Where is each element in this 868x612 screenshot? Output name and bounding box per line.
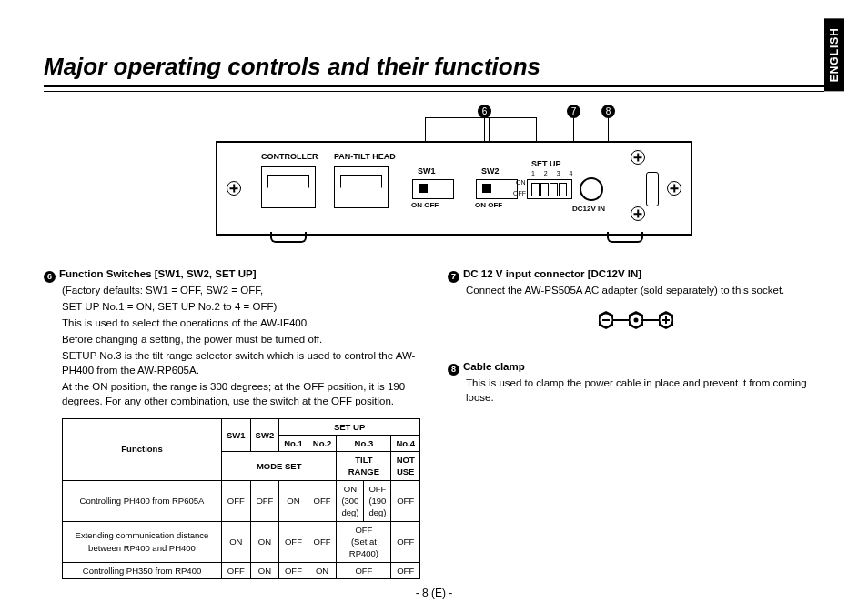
svg-point-3 (634, 317, 639, 322)
sw1-onoff: ON OFF (411, 201, 439, 209)
th-tilt: TILT RANGE (337, 452, 391, 481)
page-number: - 8 (E) - (0, 587, 868, 599)
th-notuse: NOT USE (391, 452, 420, 481)
r1-fn: Controlling PH400 from RP605A (63, 480, 222, 521)
cell: OFF (391, 521, 420, 562)
controller-port-label: CONTROLLER (261, 152, 318, 161)
dip-numbers: 1 2 3 4 (531, 170, 576, 176)
pan-tilt-port-label: PAN-TILT HEAD (334, 152, 396, 161)
cell: OFF (308, 521, 337, 562)
item8-heading: Cable clamp (463, 361, 525, 372)
screw-icon (631, 206, 645, 221)
sw1-switch (412, 179, 454, 199)
th-sw2: SW2 (250, 418, 279, 452)
cell: OFF (222, 562, 251, 578)
svg-rect-7 (665, 316, 667, 324)
description-columns: 6Function Switches [SW1, SW2, SET UP] (F… (44, 266, 824, 579)
item6-line: At the ON position, the range is 300 deg… (62, 379, 420, 408)
item7-heading: DC 12 V input connector [DC12V IN] (463, 268, 641, 279)
svg-rect-1 (602, 319, 610, 321)
r2-fn: Extending communication distance between… (63, 521, 222, 562)
th-sw1: SW1 (222, 418, 251, 452)
dip-off: OFF (513, 190, 526, 196)
dip-on: ON (516, 179, 526, 186)
cell: ON (279, 480, 308, 521)
item8-line: This is used to clamp the power cable in… (466, 376, 824, 405)
function-table: Functions SW1 SW2 SET UP No.1 No.2 No.3 … (62, 418, 420, 579)
th-mode: MODE SET (222, 452, 337, 481)
callout-6: 6 (478, 105, 491, 118)
item7-line: Connect the AW-PS505A AC adapter (sold s… (466, 283, 824, 297)
language-tab: ENGLISH (824, 18, 844, 91)
cell: OFF (222, 480, 251, 521)
item6-line: SET UP No.1 = ON, SET UP No.2 to 4 = OFF… (62, 299, 420, 314)
right-column: 7DC 12 V input connector [DC12V IN] Conn… (448, 266, 824, 579)
controller-port (261, 166, 316, 208)
dc12v-label: DC12V IN (572, 205, 605, 213)
sw2-label: SW2 (481, 166, 500, 176)
cell: ON (250, 521, 279, 562)
th-no4: No.4 (391, 435, 420, 451)
cell: ON (222, 521, 251, 562)
svg-rect-9 (643, 319, 659, 321)
sw1-label: SW1 (418, 166, 436, 176)
th-functions: Functions (63, 418, 222, 480)
callout-8: 8 (601, 105, 615, 118)
cell: OFF (279, 562, 308, 578)
item6-line: SETUP No.3 is the tilt range selector sw… (62, 348, 420, 377)
item6-heading: Function Switches [SW1, SW2, SET UP] (59, 268, 257, 279)
panel-foot (607, 232, 643, 243)
cell: OFF (250, 480, 279, 521)
leader-line (425, 117, 536, 118)
cell: OFF (279, 521, 308, 562)
cell: ON (308, 562, 337, 578)
cell: ON (300 deg) (337, 480, 364, 521)
panel-outline: CONTROLLER PAN-TILT HEAD SW1 ON OFF SW2 … (216, 141, 692, 236)
left-column: 6Function Switches [SW1, SW2, SET UP] (F… (44, 266, 420, 579)
cell: ON (250, 562, 279, 578)
bullet-8: 8 (448, 364, 459, 376)
screw-icon (667, 181, 681, 196)
cell: OFF (308, 480, 337, 521)
cell: OFF (190 deg) (364, 480, 391, 521)
pan-tilt-port (334, 166, 389, 208)
cell: OFF (Set at RP400) (337, 521, 391, 562)
item6-line: This is used to select the operations of… (62, 316, 420, 330)
cell: OFF (391, 480, 420, 521)
screw-icon (227, 181, 241, 196)
th-no2: No.2 (308, 435, 337, 451)
sw2-switch (476, 179, 518, 199)
page-title: Major operating controls and their funct… (44, 53, 824, 87)
cell: OFF (337, 562, 391, 578)
item6-line: Before changing a setting, the power mus… (62, 332, 420, 346)
th-no3: No.3 (337, 435, 391, 451)
th-no1: No.1 (279, 435, 308, 451)
svg-rect-8 (613, 319, 629, 321)
cell: OFF (391, 562, 420, 578)
callout-7: 7 (567, 105, 580, 118)
bullet-6: 6 (44, 271, 56, 283)
item6-line: (Factory defaults: SW1 = OFF, SW2 = OFF, (62, 283, 420, 297)
cable-clamp-icon (646, 172, 659, 206)
sw2-onoff: ON OFF (475, 201, 502, 209)
th-setup: SET UP (279, 418, 420, 435)
dc12v-jack (580, 177, 603, 201)
r3-fn: Controlling PH350 from RP400 (63, 562, 222, 578)
dip-switch (527, 179, 572, 199)
title-rule (44, 91, 824, 92)
polarity-icon (448, 306, 824, 337)
rear-panel-diagram: 6 7 8 CONTROLLER PAN-TILT HEAD SW1 ON OF… (143, 108, 725, 254)
setup-label: SET UP (531, 159, 561, 168)
bullet-7: 7 (448, 271, 459, 283)
panel-foot (270, 232, 307, 243)
screw-icon (631, 150, 645, 165)
